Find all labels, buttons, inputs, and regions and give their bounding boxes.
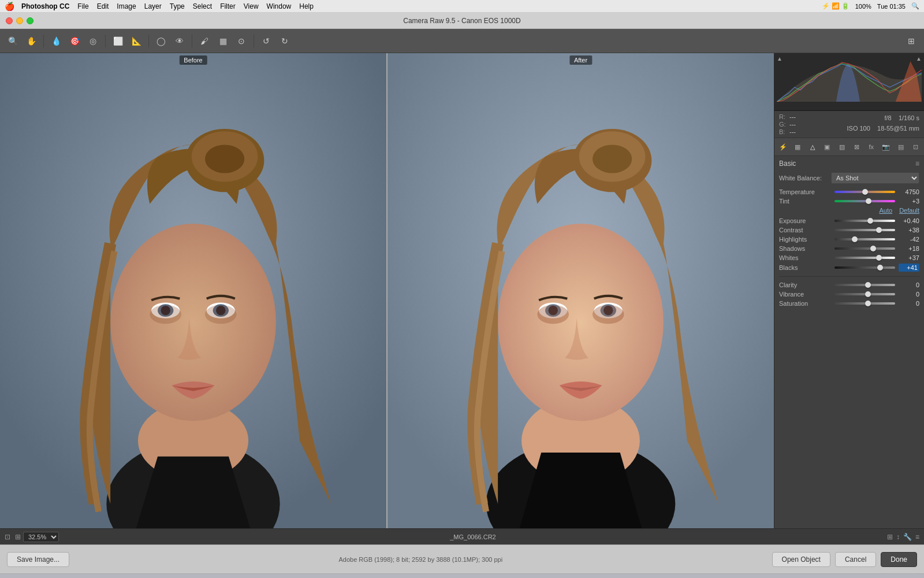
split-toning-icon[interactable]: ▧ xyxy=(836,140,848,153)
menu-type[interactable]: Type xyxy=(170,2,185,10)
hand-tool[interactable]: ✋ xyxy=(23,33,39,49)
toggle-preview[interactable]: ⊞ xyxy=(903,33,919,49)
menu-photoshop[interactable]: Photoshop CC xyxy=(21,2,69,10)
done-button[interactable]: Done xyxy=(881,552,917,567)
whites-slider[interactable] xyxy=(834,257,895,259)
status-icon-2[interactable]: ↕ xyxy=(896,533,900,541)
basic-panel-icon[interactable]: ⚡ xyxy=(777,140,789,153)
temperature-slider[interactable] xyxy=(834,191,895,193)
clarity-thumb[interactable] xyxy=(865,282,871,288)
menu-window[interactable]: Window xyxy=(267,2,292,10)
status-icon-3[interactable]: 🔧 xyxy=(903,533,912,541)
menu-edit[interactable]: Edit xyxy=(97,2,109,10)
tone-curve-icon[interactable]: ▦ xyxy=(791,140,804,153)
menu-right: ⚡ 📶 🔋 100% Tue 01:35 🔍 xyxy=(822,2,919,10)
status-bar: ⊡ ⊞ 32.5% 25% 50% 100% _MG_0066.CR2 ⊞ ↕ … xyxy=(0,528,924,544)
white-balance-select[interactable]: As Shot Auto Daylight Cloudy Shade Tungs… xyxy=(831,172,919,184)
blacks-thumb[interactable] xyxy=(877,265,883,271)
menu-search-icon[interactable]: 🔍 xyxy=(911,2,919,10)
color-sampler-tool[interactable]: 🎯 xyxy=(66,33,83,49)
radial-filter-tool[interactable]: ⊙ xyxy=(233,33,249,49)
svg-point-28 xyxy=(537,305,569,324)
basic-panel-content: Basic ≡ White Balance: As Shot Auto Dayl… xyxy=(774,156,924,313)
camera-calibration-icon[interactable]: 📷 xyxy=(880,140,892,153)
contrast-slider[interactable] xyxy=(834,229,895,231)
vibrance-slider[interactable] xyxy=(834,293,895,295)
histogram-shadow-warning: ▲ xyxy=(777,55,783,62)
hsl-icon[interactable]: ▣ xyxy=(821,140,833,153)
white-balance-row: White Balance: As Shot Auto Daylight Clo… xyxy=(779,172,919,184)
highlights-label: Highlights xyxy=(779,236,831,243)
default-button[interactable]: Default xyxy=(899,207,919,214)
save-image-button[interactable]: Save Image... xyxy=(7,552,69,567)
auto-button[interactable]: Auto xyxy=(880,207,893,214)
temperature-thumb[interactable] xyxy=(862,189,868,195)
panel-menu-icon[interactable]: ≡ xyxy=(915,160,919,168)
whites-thumb[interactable] xyxy=(876,255,882,261)
presets-icon[interactable]: ▤ xyxy=(895,140,907,153)
menu-time: Tue 01:35 xyxy=(877,3,906,10)
menu-select[interactable]: Select xyxy=(193,2,212,10)
open-object-button[interactable]: Open Object xyxy=(772,552,830,567)
tint-label: Tint xyxy=(779,198,831,205)
histogram-highlight-warning: ▲ xyxy=(916,55,922,62)
saturation-slider[interactable] xyxy=(834,302,895,305)
zoom-select[interactable]: 32.5% 25% 50% 100% xyxy=(23,532,59,542)
color-channels: R: --- G: --- B: --- xyxy=(779,113,796,135)
menu-file[interactable]: File xyxy=(77,2,88,10)
vibrance-thumb[interactable] xyxy=(865,291,871,297)
redo-tool[interactable]: ↻ xyxy=(277,33,293,49)
zoom-tool[interactable]: 🔍 xyxy=(5,33,21,49)
before-after-container: Before xyxy=(0,53,774,528)
target-tool[interactable]: ◎ xyxy=(85,33,101,49)
minimize-button[interactable] xyxy=(16,17,23,24)
lens-icon[interactable]: ⊠ xyxy=(850,140,863,153)
menu-help[interactable]: Help xyxy=(299,2,314,10)
menu-image[interactable]: Image xyxy=(117,2,136,10)
vibrance-row: Vibrance 0 xyxy=(779,291,919,298)
saturation-row: Saturation 0 xyxy=(779,300,919,307)
red-eye-tool[interactable]: 👁 xyxy=(172,33,188,49)
exposure-thumb[interactable] xyxy=(867,218,873,224)
crop-tool[interactable]: ⬜ xyxy=(110,33,126,49)
exposure-label: Exposure xyxy=(779,217,831,224)
close-button[interactable] xyxy=(6,17,13,24)
shadows-thumb[interactable] xyxy=(870,246,876,251)
fx-icon[interactable]: fx xyxy=(865,140,878,153)
exposure-row: Exposure +0.40 xyxy=(779,217,919,224)
white-balance-tool[interactable]: 💧 xyxy=(48,33,64,49)
spot-removal-tool[interactable]: ◯ xyxy=(153,33,169,49)
contrast-thumb[interactable] xyxy=(876,227,882,233)
menu-view[interactable]: View xyxy=(244,2,259,10)
cancel-button[interactable]: Cancel xyxy=(835,552,876,567)
clarity-value: 0 xyxy=(899,281,919,288)
highlights-slider[interactable] xyxy=(834,238,895,240)
blacks-slider[interactable] xyxy=(834,266,895,269)
apple-menu[interactable]: 🍎 xyxy=(5,2,14,11)
filename-label: _MG_0066.CR2 xyxy=(450,533,496,540)
menu-bar: 🍎 Photoshop CC File Edit Image Layer Typ… xyxy=(0,0,924,13)
tool-separator-4 xyxy=(192,35,192,47)
fullscreen-button[interactable] xyxy=(27,17,33,24)
tint-thumb[interactable] xyxy=(866,198,871,204)
exposure-slider[interactable] xyxy=(834,220,895,222)
clarity-slider[interactable] xyxy=(834,284,895,286)
status-icon-4[interactable]: ≡ xyxy=(915,533,919,541)
straighten-tool[interactable]: 📐 xyxy=(128,33,144,49)
menu-layer[interactable]: Layer xyxy=(144,2,162,10)
saturation-thumb[interactable] xyxy=(865,301,871,306)
adjustment-brush-tool[interactable]: 🖌 xyxy=(196,33,213,49)
graduated-filter-tool[interactable]: ▦ xyxy=(215,33,231,49)
highlights-thumb[interactable] xyxy=(852,236,858,242)
shadows-slider[interactable] xyxy=(834,247,895,250)
detail-icon[interactable]: △ xyxy=(806,140,819,153)
undo-tool[interactable]: ↺ xyxy=(258,33,274,49)
g-channel: G: --- xyxy=(779,121,796,128)
main-content: Before xyxy=(0,53,924,528)
menu-filter[interactable]: Filter xyxy=(220,2,236,10)
status-icon-1[interactable]: ⊞ xyxy=(887,533,893,541)
snapshots-icon[interactable]: ⊡ xyxy=(909,140,922,153)
toolbar: 🔍 ✋ 💧 🎯 ◎ ⬜ 📐 ◯ 👁 🖌 ▦ ⊙ ↺ ↻ ⊞ xyxy=(0,29,924,53)
temperature-label: Temperature xyxy=(779,188,831,195)
tint-slider[interactable] xyxy=(834,200,895,202)
